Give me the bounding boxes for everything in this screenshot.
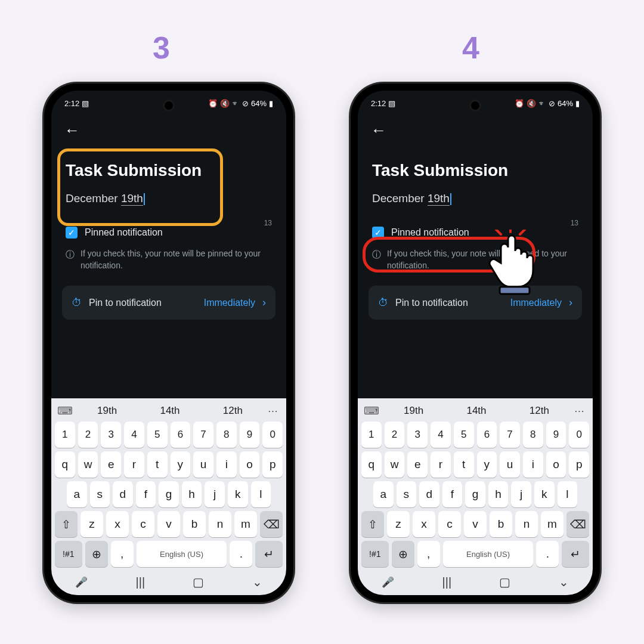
key-p[interactable]: p [569, 451, 589, 478]
key-l[interactable]: l [251, 481, 271, 507]
pinned-row[interactable]: ✓ Pinned notification [62, 225, 275, 240]
key-space[interactable]: English (US) [443, 541, 534, 567]
mic-icon[interactable]: 🎤 [75, 576, 88, 589]
suggestion-3[interactable]: 12th [510, 405, 569, 417]
more-icon[interactable]: ⋯ [266, 405, 281, 417]
key-l[interactable]: l [558, 481, 578, 507]
key-j[interactable]: j [511, 481, 531, 507]
key-8[interactable]: 8 [523, 422, 543, 448]
key-6[interactable]: 6 [477, 422, 497, 448]
nav-home[interactable]: ▢ [193, 575, 204, 589]
clipboard-icon[interactable]: ⌨ [363, 404, 380, 417]
key-b[interactable]: b [183, 511, 206, 537]
suggestion-3[interactable]: 12th [203, 405, 262, 417]
key-shift[interactable]: ⇧ [361, 511, 384, 537]
key-d[interactable]: d [113, 481, 133, 507]
key-h[interactable]: h [182, 481, 202, 507]
key-enter[interactable]: ↵ [255, 541, 283, 567]
key-u[interactable]: u [500, 451, 520, 478]
key-1[interactable]: 1 [55, 422, 75, 448]
key-o[interactable]: o [240, 451, 260, 478]
key-p[interactable]: p [262, 451, 283, 478]
key-comma[interactable]: , [111, 541, 134, 567]
key-n[interactable]: n [515, 511, 538, 537]
nav-home[interactable]: ▢ [499, 575, 510, 589]
key-9[interactable]: 9 [240, 422, 260, 448]
key-a[interactable]: a [373, 481, 394, 507]
key-5[interactable]: 5 [454, 422, 474, 448]
suggestion-2[interactable]: 14th [447, 405, 506, 417]
key-period[interactable]: . [230, 541, 252, 567]
key-m[interactable]: m [541, 511, 564, 537]
key-7[interactable]: 7 [193, 422, 213, 448]
key-f[interactable]: f [442, 481, 463, 507]
key-g[interactable]: g [159, 481, 179, 507]
key-period[interactable]: . [536, 541, 559, 567]
key-k[interactable]: k [534, 481, 555, 507]
key-t[interactable]: t [454, 451, 474, 478]
key-shift[interactable]: ⇧ [55, 511, 78, 537]
key-v[interactable]: v [157, 511, 180, 537]
key-v[interactable]: v [464, 511, 487, 537]
note-body-input[interactable]: December 19th [66, 192, 272, 205]
key-6[interactable]: 6 [171, 422, 191, 448]
note-body-input[interactable]: December 19th [372, 192, 578, 205]
pin-schedule-row[interactable]: ⏱ Pin to notification Immediately › [62, 286, 275, 320]
more-icon[interactable]: ⋯ [572, 405, 588, 417]
key-language[interactable]: ⊕ [392, 541, 414, 567]
back-button[interactable]: ← [369, 117, 582, 143]
key-symbols[interactable]: !#1 [361, 541, 389, 567]
key-t[interactable]: t [147, 451, 168, 478]
key-language[interactable]: ⊕ [85, 541, 108, 567]
key-m[interactable]: m [234, 511, 257, 537]
key-e[interactable]: e [407, 451, 428, 478]
key-r[interactable]: r [431, 451, 451, 478]
key-a[interactable]: a [67, 481, 87, 507]
key-1[interactable]: 1 [361, 422, 382, 448]
pinned-checkbox[interactable]: ✓ [66, 227, 78, 239]
key-2[interactable]: 2 [78, 422, 98, 448]
key-r[interactable]: r [124, 451, 144, 478]
key-comma[interactable]: , [417, 541, 440, 567]
key-7[interactable]: 7 [500, 422, 520, 448]
key-f[interactable]: f [136, 481, 156, 507]
key-h[interactable]: h [488, 481, 509, 507]
key-d[interactable]: d [419, 481, 439, 507]
pinned-checkbox[interactable]: ✓ [372, 227, 384, 239]
key-g[interactable]: g [465, 481, 485, 507]
nav-recents[interactable]: ||| [442, 575, 452, 589]
key-o[interactable]: o [546, 451, 566, 478]
key-w[interactable]: w [385, 451, 405, 478]
key-s[interactable]: s [90, 481, 110, 507]
key-n[interactable]: n [209, 511, 231, 537]
nav-recents[interactable]: ||| [136, 575, 145, 589]
key-j[interactable]: j [205, 481, 225, 507]
key-9[interactable]: 9 [546, 422, 566, 448]
pin-schedule-row[interactable]: ⏱ Pin to notification Immediately › [369, 286, 582, 320]
key-z[interactable]: z [80, 511, 103, 537]
key-8[interactable]: 8 [216, 422, 237, 448]
key-2[interactable]: 2 [385, 422, 405, 448]
key-space[interactable]: English (US) [137, 541, 227, 567]
key-w[interactable]: w [78, 451, 98, 478]
key-x[interactable]: x [413, 511, 435, 537]
key-x[interactable]: x [106, 511, 129, 537]
key-b[interactable]: b [490, 511, 512, 537]
key-s[interactable]: s [397, 481, 417, 507]
nav-back[interactable]: ⌄ [559, 575, 569, 589]
suggestion-2[interactable]: 14th [140, 405, 199, 417]
key-4[interactable]: 4 [124, 422, 144, 448]
suggestion-1[interactable]: 19th [384, 405, 443, 417]
key-backspace[interactable]: ⌫ [566, 511, 589, 537]
key-i[interactable]: i [216, 451, 237, 478]
suggestion-1[interactable]: 19th [78, 405, 137, 417]
key-q[interactable]: q [361, 451, 382, 478]
key-q[interactable]: q [55, 451, 75, 478]
nav-back[interactable]: ⌄ [252, 575, 262, 589]
key-5[interactable]: 5 [147, 422, 168, 448]
key-i[interactable]: i [523, 451, 543, 478]
note-title-input[interactable]: Task Submission [66, 161, 272, 180]
back-button[interactable]: ← [62, 117, 275, 143]
key-u[interactable]: u [193, 451, 213, 478]
key-y[interactable]: y [477, 451, 497, 478]
